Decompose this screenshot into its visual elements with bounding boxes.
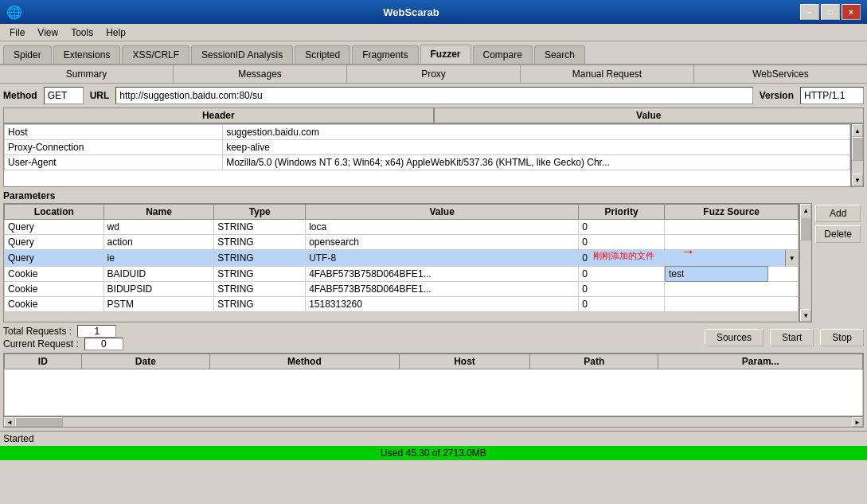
delete-button[interactable]: Delete: [815, 225, 861, 243]
subtab-summary[interactable]: Summary: [0, 65, 174, 83]
current-request: Current Request : 0: [3, 338, 123, 350]
tab-spider[interactable]: Spider: [3, 45, 52, 64]
scroll-right-btn[interactable]: ►: [852, 417, 863, 427]
method-label: Method: [3, 90, 37, 101]
menu-file[interactable]: File: [3, 25, 31, 40]
param-location-2: Query: [5, 250, 104, 267]
params-row-1[interactable]: Query action STRING opensearch 0: [5, 235, 799, 250]
maximize-button[interactable]: □: [821, 4, 840, 20]
param-type-2: STRING: [214, 250, 306, 267]
header-name-0: Host: [5, 125, 223, 140]
params-col-fuzz: Fuzz Source: [664, 205, 798, 220]
tab-compare[interactable]: Compare: [473, 45, 533, 64]
scroll-left-btn[interactable]: ◄: [4, 417, 15, 427]
results-header: ID Date Method Host Path Param...: [5, 354, 863, 369]
header-row-1: Proxy-Connection keep-alive: [5, 140, 850, 155]
params-col-priority: Priority: [579, 205, 665, 220]
params-container: Location Name Type Value Priority Fuzz S…: [3, 203, 864, 322]
param-name-2: ie: [103, 250, 214, 267]
param-fuzz-4: [664, 282, 798, 297]
app-icon: 🌐: [6, 5, 22, 20]
params-table: Location Name Type Value Priority Fuzz S…: [4, 204, 799, 312]
params-table-wrapper: Location Name Type Value Priority Fuzz S…: [3, 203, 812, 322]
main-tabs: Spider Extensions XSS/CRLF SessionID Ana…: [0, 41, 867, 65]
param-fuzz-0: ①左键单击要测试的属性 ↙: [664, 220, 798, 235]
stop-button[interactable]: Stop: [820, 329, 864, 346]
tab-sessionid[interactable]: SessionID Analysis: [191, 45, 293, 64]
header-value-0: suggestion.baidu.com: [223, 125, 850, 140]
close-button[interactable]: ×: [842, 4, 861, 20]
menu-tools[interactable]: Tools: [64, 25, 100, 40]
title-bar: 🌐 WebScarab − □ ×: [0, 0, 867, 24]
param-location-3: Cookie: [5, 267, 104, 282]
subtab-manual-request[interactable]: Manual Request: [521, 65, 694, 83]
start-button[interactable]: Start: [770, 329, 814, 346]
subtab-webservices[interactable]: WebServices: [694, 65, 867, 83]
tab-search[interactable]: Search: [534, 45, 585, 64]
tab-xss-crlf[interactable]: XSS/CRLF: [122, 45, 189, 64]
param-value-5: 1518313260: [306, 297, 579, 312]
param-type-0: STRING: [214, 220, 306, 235]
header-value-2: Mozilla/5.0 (Windows NT 6.3; Win64; x64)…: [223, 155, 850, 170]
results-col-path: Path: [530, 354, 658, 369]
params-scroll-thumb[interactable]: [800, 217, 811, 240]
headers-table: Host suggestion.baidu.com Proxy-Connecti…: [3, 123, 851, 187]
total-requests: Total Requests : 1: [3, 326, 123, 337]
param-value-4: 4FABF573B758D064BFE1...: [306, 282, 579, 297]
tab-extensions[interactable]: Extensions: [53, 45, 121, 64]
requests-info: Total Requests : 1 Current Request : 0: [3, 326, 123, 350]
method-value: GET: [44, 87, 84, 104]
minimize-button[interactable]: −: [800, 4, 819, 20]
tab-fragments[interactable]: Fragments: [352, 45, 418, 64]
params-col-location: Location: [5, 205, 104, 220]
params-scroll-track: [800, 217, 811, 309]
horizontal-scrollbar[interactable]: ◄ ►: [3, 416, 864, 428]
current-label: Current Request :: [3, 338, 79, 350]
tab-fuzzer[interactable]: Fuzzer: [420, 45, 471, 64]
param-name-0: wd: [103, 220, 214, 235]
params-row-2[interactable]: Query ie STRING UTF-8 0 ▼: [5, 250, 799, 267]
menu-view[interactable]: View: [31, 25, 64, 40]
header-value-1: keep-alive: [223, 140, 850, 155]
param-priority-0: 0: [579, 220, 665, 235]
results-section: ID Date Method Host Path Param...: [3, 353, 864, 416]
param-name-3: BAIDUID: [103, 267, 214, 282]
scroll-thumb[interactable]: [852, 137, 863, 161]
arrow-icon-2: →: [681, 244, 695, 260]
subtab-messages[interactable]: Messages: [174, 65, 347, 83]
headers-scrollbar[interactable]: ▲ ▼: [851, 123, 864, 187]
add-button[interactable]: Add: [815, 205, 861, 222]
header-row-0: Host suggestion.baidu.com: [5, 125, 850, 140]
param-fuzz-5: [664, 297, 798, 312]
total-value: 1: [77, 325, 116, 338]
scroll-down-btn[interactable]: ▼: [852, 174, 863, 186]
param-type-1: STRING: [214, 235, 306, 250]
url-label: URL: [90, 90, 110, 101]
param-location-5: Cookie: [5, 297, 104, 312]
tab-scripted[interactable]: Scripted: [295, 45, 350, 64]
params-row-0[interactable]: Query wd STRING loca 0 ①左键单击要测试的属性 ↙: [5, 220, 799, 235]
param-priority-5: 0: [579, 297, 665, 312]
menu-help[interactable]: Help: [100, 25, 132, 40]
param-value-0: loca: [306, 220, 579, 235]
results-col-param: Param...: [658, 354, 863, 369]
scroll-track: [852, 137, 863, 174]
params-row-5[interactable]: Cookie PSTM STRING 1518313260 0: [5, 297, 799, 312]
param-priority-3: 0: [579, 267, 665, 282]
dropdown-item-test[interactable]: test: [666, 267, 767, 281]
scroll-up-btn[interactable]: ▲: [852, 124, 863, 137]
params-table-area: Location Name Type Value Priority Fuzz S…: [3, 203, 812, 322]
url-input[interactable]: [115, 87, 752, 104]
fuzz-dropdown-btn[interactable]: ▼: [785, 250, 798, 266]
params-scroll-down[interactable]: ▼: [800, 309, 811, 322]
scroll-h-thumb[interactable]: [15, 417, 63, 427]
params-scroll-up[interactable]: ▲: [800, 204, 811, 217]
params-row-4[interactable]: Cookie BIDUPSID STRING 4FABF573B758D064B…: [5, 282, 799, 297]
sources-button[interactable]: Sources: [705, 329, 764, 346]
params-col-value: Value: [306, 205, 579, 220]
subtab-proxy[interactable]: Proxy: [347, 65, 521, 83]
results-col-date: Date: [81, 354, 209, 369]
params-scrollbar[interactable]: ▲ ▼: [799, 203, 812, 322]
results-col-method: Method: [209, 354, 399, 369]
param-type-5: STRING: [214, 297, 306, 312]
